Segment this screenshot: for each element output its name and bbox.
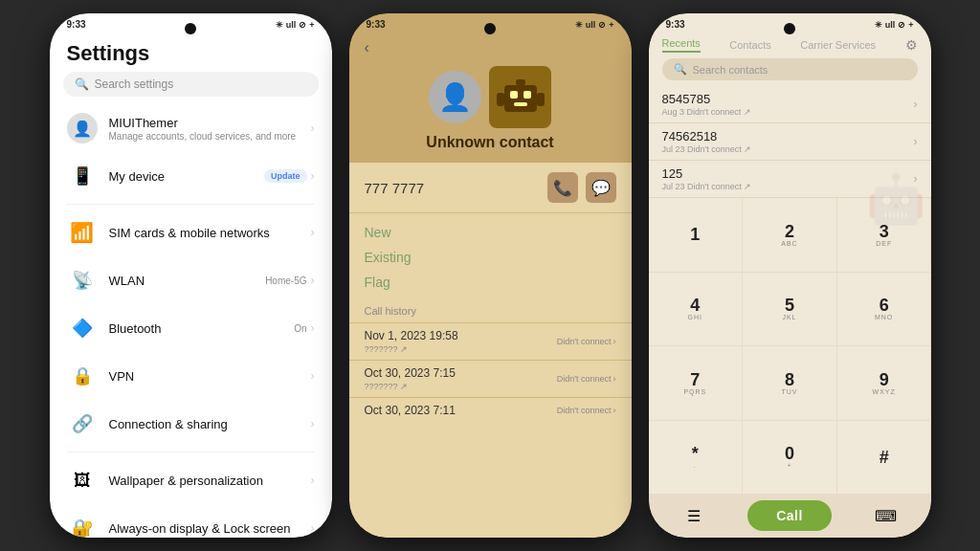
device-icon: 📱 bbox=[67, 161, 98, 191]
wallpaper-title: Wallpaper & personalization bbox=[109, 474, 300, 488]
miui-text: MIUIThemer Manage accounts, cloud servic… bbox=[109, 116, 300, 142]
search-contacts-bar[interactable]: 🔍 Search contacts bbox=[662, 58, 918, 80]
recent-item-2[interactable]: 74562518 Jul 23 Didn't connect ↗ › bbox=[649, 123, 931, 161]
digit-8: 8 bbox=[785, 371, 794, 388]
chevron-icon-aod: › bbox=[311, 521, 315, 535]
search-icon: 🔍 bbox=[75, 77, 89, 91]
gear-icon[interactable]: ⚙ bbox=[905, 37, 918, 53]
settings-item-wallpaper[interactable]: 🖼 Wallpaper & personalization › bbox=[50, 456, 332, 504]
call-date-2: Oct 30, 2023 7:15 bbox=[365, 366, 456, 380]
sim-text: SIM cards & mobile networks bbox=[109, 226, 300, 240]
dial-key-0[interactable]: 0 + bbox=[743, 421, 836, 495]
keypad-button[interactable]: ⌨ bbox=[868, 498, 902, 533]
recent-item-3[interactable]: 125 Jul 23 Didn't connect ↗ › bbox=[649, 161, 931, 198]
dial-key-7[interactable]: 7 PQRS bbox=[649, 346, 743, 420]
dial-key-8[interactable]: 8 TUV bbox=[743, 346, 836, 420]
alpha-9: WXYZ bbox=[873, 388, 896, 395]
contact-list-button[interactable]: ☰ bbox=[677, 498, 711, 533]
search-icon-dialer: 🔍 bbox=[674, 63, 687, 76]
wlan-title: WLAN bbox=[109, 274, 255, 288]
call-action-btn[interactable]: 📞 bbox=[547, 172, 578, 203]
battery-icon-2: + bbox=[609, 20, 613, 30]
settings-item-device[interactable]: 📱 My device Update › bbox=[50, 152, 332, 200]
miui-avatar: 👤 bbox=[67, 113, 98, 143]
tab-contacts[interactable]: Contacts bbox=[729, 39, 770, 51]
dial-key-3[interactable]: 3 DEF bbox=[837, 198, 931, 272]
digit-0: 0 bbox=[785, 445, 794, 462]
settings-item-wlan[interactable]: 📡 WLAN Home-5G › bbox=[50, 256, 332, 304]
settings-item-bluetooth[interactable]: 🔷 Bluetooth On › bbox=[50, 304, 332, 352]
option-existing[interactable]: Existing bbox=[365, 250, 616, 265]
sim-title: SIM cards & mobile networks bbox=[109, 226, 300, 240]
tab-recents[interactable]: Recents bbox=[662, 37, 701, 53]
settings-item-miui[interactable]: 👤 MIUIThemer Manage accounts, cloud serv… bbox=[50, 104, 332, 152]
dial-key-hash[interactable]: # bbox=[837, 421, 931, 495]
option-new[interactable]: New bbox=[365, 225, 616, 240]
settings-screen: Settings 🔍 Search settings 👤 MIUIThemer … bbox=[50, 32, 332, 538]
update-badge[interactable]: Update bbox=[264, 169, 307, 183]
vpn-icon: 🔒 bbox=[67, 361, 98, 391]
sharing-title: Connection & sharing bbox=[109, 417, 300, 431]
alpha-3: DEF bbox=[876, 240, 892, 247]
call-button[interactable]: Call bbox=[747, 500, 832, 531]
vpn-text: VPN bbox=[109, 369, 300, 384]
device-text: My device bbox=[109, 169, 253, 184]
digit-5: 5 bbox=[785, 297, 794, 314]
punch-hole-2 bbox=[484, 23, 496, 34]
digit-1: 1 bbox=[690, 226, 700, 243]
recent-arrow-3[interactable]: › bbox=[914, 172, 918, 186]
dial-key-9[interactable]: 9 WXYZ bbox=[837, 346, 931, 420]
dial-key-star[interactable]: * . bbox=[649, 421, 743, 495]
chevron-icon: › bbox=[311, 121, 315, 135]
call-date-1: Nov 1, 2023 19:58 bbox=[365, 329, 458, 342]
contact-body: 777 7777 📞 💬 New Existing Flag Call hist… bbox=[349, 163, 632, 538]
call-item-1[interactable]: Nov 1, 2023 19:58 ??????? ↗ Didn't conne… bbox=[349, 322, 632, 360]
signal-icon-3: ull bbox=[885, 20, 896, 30]
recent-arrow-2[interactable]: › bbox=[914, 135, 918, 148]
sharing-text: Connection & sharing bbox=[109, 417, 300, 431]
svg-rect-4 bbox=[516, 79, 525, 85]
search-placeholder: Search settings bbox=[95, 77, 174, 91]
recent-list: 🤖 8545785 Aug 3 Didn't connect ↗ › 74562… bbox=[649, 86, 931, 198]
recent-item-1[interactable]: 8545785 Aug 3 Didn't connect ↗ › bbox=[649, 86, 931, 123]
settings-item-vpn[interactable]: 🔒 VPN › bbox=[50, 352, 332, 400]
dial-key-6[interactable]: 6 MNO bbox=[837, 273, 931, 346]
search-bar[interactable]: 🔍 Search settings bbox=[63, 72, 319, 97]
wallpaper-icon: 🖼 bbox=[67, 465, 98, 496]
digit-3: 3 bbox=[880, 223, 889, 240]
digit-2: 2 bbox=[785, 223, 794, 240]
status-time: 9:33 bbox=[67, 19, 86, 30]
call-item-2-info: Oct 30, 2023 7:15 ??????? ↗ bbox=[365, 366, 456, 391]
wifi-icon-2: ⊘ bbox=[598, 20, 606, 30]
contact-avatar: 👤 bbox=[429, 71, 481, 123]
alpha-7: PQRS bbox=[683, 388, 706, 395]
phone-number[interactable]: 777 7777 bbox=[365, 180, 425, 196]
dial-bottom: ☰ Call ⌨ bbox=[649, 494, 931, 538]
settings-item-sharing[interactable]: 🔗 Connection & sharing › bbox=[50, 400, 332, 448]
svg-rect-6 bbox=[537, 93, 545, 106]
call-item-2[interactable]: Oct 30, 2023 7:15 ??????? ↗ Didn't conne… bbox=[349, 360, 632, 397]
back-button[interactable]: ‹ bbox=[365, 39, 369, 56]
tab-carrier[interactable]: Carrier Services bbox=[800, 39, 876, 51]
recent-arrow-1[interactable]: › bbox=[914, 98, 918, 111]
settings-item-aod[interactable]: 🔐 Always-on display & Lock screen › bbox=[50, 504, 332, 538]
dial-key-5[interactable]: 5 JKL bbox=[743, 273, 836, 346]
dial-key-1[interactable]: 1 bbox=[649, 198, 743, 272]
dial-key-4[interactable]: 4 GHI bbox=[649, 273, 743, 346]
call-date-3: Oct 30, 2023 7:11 bbox=[365, 404, 456, 417]
settings-item-sim[interactable]: 📶 SIM cards & mobile networks › bbox=[50, 209, 332, 256]
sms-action-btn[interactable]: 💬 bbox=[586, 172, 616, 203]
dial-key-2[interactable]: 2 ABC bbox=[743, 198, 836, 272]
bt-icon-3: ✳ bbox=[875, 20, 882, 30]
phone-contact: 9:33 ✳ ull ⊘ + ‹ 👤 bbox=[349, 13, 632, 538]
recent-number-3: 125 bbox=[662, 166, 752, 181]
call-item-3[interactable]: Oct 30, 2023 7:11 Didn't connect › bbox=[349, 397, 632, 423]
option-flag[interactable]: Flag bbox=[365, 275, 616, 290]
svg-rect-5 bbox=[497, 93, 504, 106]
battery-icon: + bbox=[309, 20, 314, 30]
phone-dialer: 9:33 ✳ ull ⊘ + Recents Contacts Carrier … bbox=[649, 13, 931, 538]
svg-rect-0 bbox=[504, 85, 537, 112]
chevron-icon-sim: › bbox=[311, 226, 315, 239]
call-status-3: Didn't connect › bbox=[557, 406, 616, 415]
alpha-8: TUV bbox=[781, 388, 797, 395]
